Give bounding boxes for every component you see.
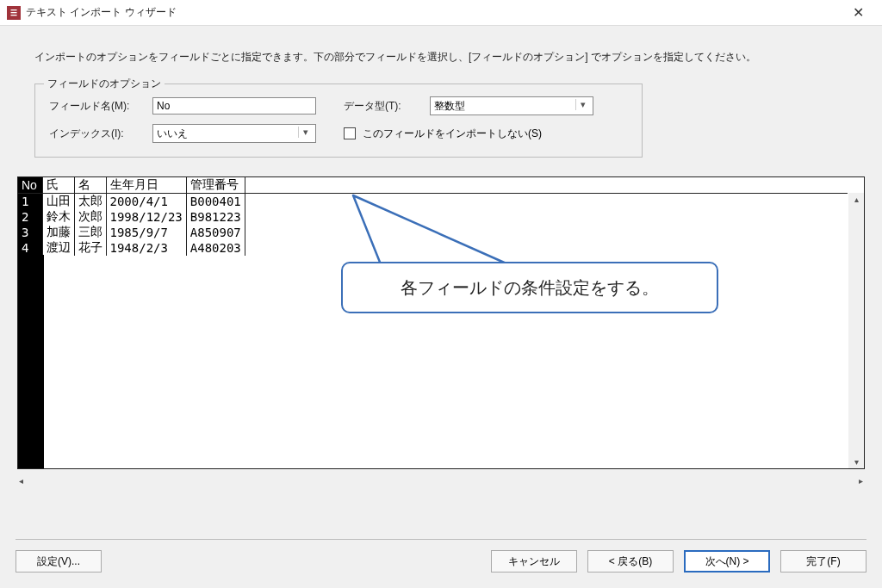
column-header[interactable]: 管理番号 [186,177,245,194]
scroll-left-icon[interactable]: ◂ [19,476,23,486]
svg-marker-0 [353,195,508,264]
back-button[interactable]: < 戻る(B) [587,550,674,573]
finish-button[interactable]: 完了(F) [780,550,866,573]
scroll-down-icon[interactable]: ▾ [854,457,859,467]
column-header[interactable]: No [18,177,42,194]
column-header[interactable]: 名 [74,177,106,194]
titlebar: ☰ テキスト インポート ウィザード ✕ [0,0,882,26]
scroll-up-icon[interactable]: ▴ [854,195,859,204]
column-header[interactable]: 氏 [42,177,74,194]
close-button[interactable]: ✕ [841,1,875,25]
field-name-label: フィールド名(M): [49,99,144,114]
callout-pointer [346,194,519,271]
horizontal-scrollbar[interactable]: ◂ ▸ [17,473,865,488]
window-title: テキスト インポート ウィザード [26,5,841,20]
data-type-select[interactable]: 整数型 [430,96,593,115]
data-type-label: データ型(T): [344,99,421,114]
index-select[interactable]: いいえ [152,124,316,143]
app-icon: ☰ [7,6,21,20]
vertical-scrollbar[interactable]: ▴ ▾ [848,193,864,468]
cancel-button[interactable]: キャンセル [491,550,577,573]
field-options-group: フィールドのオプション フィールド名(M): データ型(T): 整数型 インデッ… [34,84,643,158]
index-label: インデックス(I): [49,127,144,141]
selected-column-fill [18,255,44,468]
next-button[interactable]: 次へ(N) > [684,550,770,573]
skip-field-checkbox[interactable] [344,127,356,139]
annotation-callout: 各フィールドの条件設定をする。 [341,262,718,313]
skip-field-label: このフィールドをインポートしない(S) [363,127,542,141]
scroll-right-icon[interactable]: ▸ [859,476,863,486]
settings-button[interactable]: 設定(V)... [16,550,102,573]
fieldset-legend: フィールドのオプション [44,77,165,91]
field-name-input[interactable] [152,97,316,115]
instruction-text: インポートのオプションをフィールドごとに指定できます。下の部分でフィールドを選択… [34,50,866,65]
column-header[interactable]: 生年月日 [106,177,186,194]
button-bar: 設定(V)... キャンセル < 戻る(B) 次へ(N) > 完了(F) [16,539,866,573]
dialog-content: インポートのオプションをフィールドごとに指定できます。下の部分でフィールドを選択… [0,26,882,588]
